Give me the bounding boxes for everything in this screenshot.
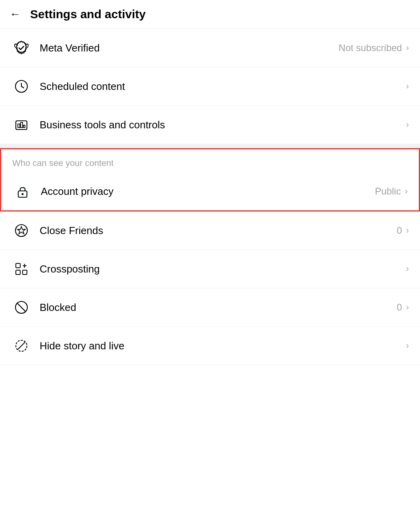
- menu-item-crossposting[interactable]: Crossposting ›: [0, 250, 420, 288]
- menu-item-account-privacy[interactable]: Account privacy Public ›: [1, 172, 419, 210]
- hide-story-icon: [11, 335, 32, 356]
- account-privacy-value: Public: [375, 186, 401, 197]
- close-friends-icon: [11, 220, 32, 241]
- settings-header: ← Settings and activity: [0, 0, 420, 29]
- chevron-icon: ›: [406, 225, 409, 236]
- crossposting-icon: [11, 259, 32, 279]
- chevron-icon: ›: [406, 302, 409, 313]
- business-tools-label: Business tools and controls: [40, 119, 406, 131]
- who-can-see-header: Who can see your content: [1, 149, 419, 172]
- svg-line-20: [18, 342, 25, 349]
- crossposting-label: Crossposting: [40, 263, 406, 275]
- lock-icon: [12, 181, 33, 202]
- svg-marker-11: [17, 227, 25, 234]
- svg-line-3: [21, 86, 24, 88]
- svg-rect-6: [21, 122, 23, 128]
- menu-item-business-tools[interactable]: Business tools and controls ›: [0, 106, 420, 144]
- business-icon: [11, 114, 32, 135]
- svg-point-9: [22, 193, 24, 195]
- svg-rect-13: [16, 270, 20, 274]
- chevron-icon: ›: [406, 341, 409, 351]
- menu-item-blocked[interactable]: Blocked 0 ›: [0, 288, 420, 327]
- back-button[interactable]: ←: [8, 7, 22, 21]
- meta-verified-icon: [11, 38, 32, 58]
- meta-verified-label: Meta Verified: [40, 42, 339, 54]
- clock-icon: [11, 76, 32, 97]
- menu-item-meta-verified[interactable]: Meta Verified Not subscribed ›: [0, 29, 420, 67]
- close-friends-value: 0: [397, 225, 402, 236]
- menu-item-close-friends[interactable]: Close Friends 0 ›: [0, 212, 420, 250]
- scheduled-content-label: Scheduled content: [40, 80, 406, 93]
- svg-rect-5: [18, 124, 20, 128]
- meta-verified-value: Not subscribed: [339, 42, 402, 53]
- menu-item-hide-story[interactable]: Hide story and live ›: [0, 327, 420, 365]
- chevron-icon: ›: [406, 43, 409, 53]
- page-title: Settings and activity: [30, 8, 146, 21]
- section-divider: [0, 144, 420, 148]
- chevron-icon: ›: [406, 81, 409, 91]
- svg-line-18: [17, 303, 25, 311]
- menu-item-scheduled-content[interactable]: Scheduled content ›: [0, 67, 420, 106]
- who-can-see-section: Who can see your content Account privacy…: [0, 148, 420, 212]
- hide-story-label: Hide story and live: [40, 340, 406, 352]
- blocked-label: Blocked: [40, 301, 397, 314]
- blocked-value: 0: [397, 302, 402, 313]
- blocked-icon: [11, 297, 32, 318]
- chevron-icon: ›: [406, 120, 409, 130]
- svg-rect-14: [23, 270, 27, 274]
- close-friends-label: Close Friends: [40, 225, 397, 237]
- back-arrow-icon: ←: [10, 9, 21, 20]
- chevron-icon: ›: [405, 186, 408, 196]
- chevron-icon: ›: [406, 264, 409, 274]
- svg-rect-7: [23, 125, 25, 128]
- svg-rect-12: [16, 263, 20, 268]
- account-privacy-label: Account privacy: [41, 185, 375, 198]
